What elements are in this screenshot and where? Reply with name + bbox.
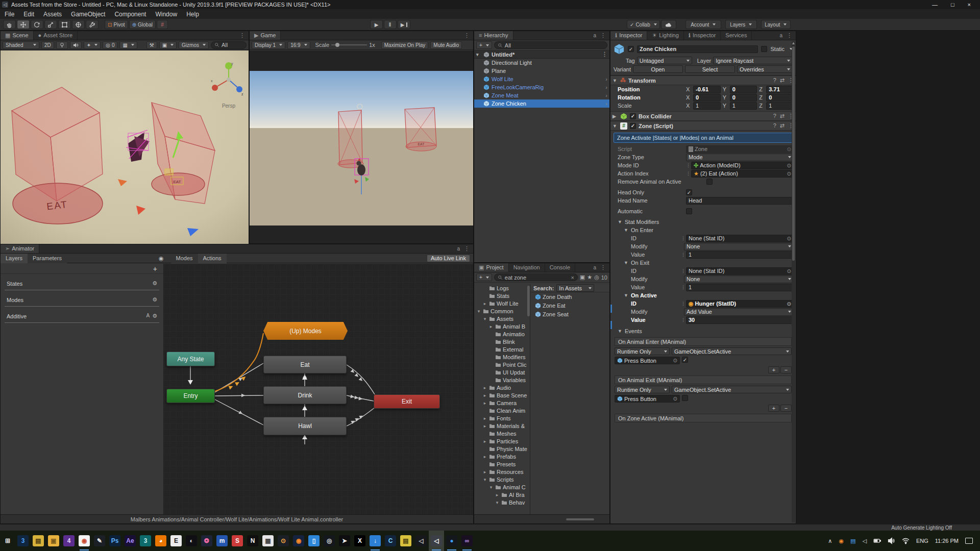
taskbar-app-icon[interactable]: ◁ [429,531,444,551]
taskbar-app-icon[interactable]: 3 [138,531,153,551]
menu-item[interactable]: Edit [19,11,39,18]
inspector-lock-icon[interactable]: a [779,33,782,38]
tab-animator[interactable]: ➣Animator [1,244,39,253]
open-prefab-button[interactable]: Open [633,65,683,73]
project-folder-row[interactable]: UI Updat [474,368,530,376]
play-button[interactable]: ▶ [370,20,383,29]
node-up-modes[interactable]: (Up) Modes [263,322,348,340]
pivot-toggle[interactable]: ⊡Pivot [105,20,128,29]
action-center-icon[interactable] [965,538,973,544]
folder-expand-arrow[interactable]: ▸ [482,416,487,421]
position-y-field[interactable]: 0 [730,86,757,93]
layer-row-modes[interactable]: Modes⚙ [5,293,159,307]
tab-parameters[interactable]: Parameters [28,254,67,263]
tab-console[interactable]: Console [545,263,575,272]
on-enter-foldout[interactable]: ▼On Enter [610,226,796,234]
zone-script-checkbox[interactable]: ✓ [630,123,636,129]
prefab-open-arrow[interactable]: › [605,101,607,107]
taskbar-app-icon[interactable]: 4 [61,531,77,551]
preset-icon[interactable]: ⇄ [780,122,785,129]
taskbar-app-icon[interactable]: ↓ [368,531,383,551]
project-folder-row[interactable]: Presets [474,460,530,468]
project-folder-row[interactable]: ▸ Animal B [474,322,530,330]
inspector-scrollbar[interactable] [792,41,795,522]
2d-toggle[interactable]: 2D [41,41,54,49]
project-folder-row[interactable]: Stats [474,292,530,299]
hierarchy-search-input[interactable]: All [494,41,607,49]
event-mode-dropdown[interactable]: Runtime Only [615,347,670,355]
help-icon[interactable]: ? [773,77,776,84]
taskbar-app-icon[interactable]: Ps [107,531,122,551]
pause-button[interactable]: Ⅱ [384,20,397,29]
game-menu-icon[interactable]: ⋮ [464,32,470,39]
folder-expand-arrow[interactable]: ▾ [476,309,481,314]
help-icon[interactable]: ? [773,113,776,119]
favorite-star-icon[interactable]: ★ [587,274,592,281]
breadcrumb-modes[interactable]: Modes [171,254,198,263]
hierarchy-item[interactable]: FreeLookCameraRig › [474,83,609,91]
node-hawl[interactable]: Hawl [263,417,347,435]
folder-expand-arrow[interactable]: ▸ [495,492,500,497]
scene-viewport[interactable]: EAT EAT [1,51,249,244]
hierarchy-item[interactable]: Plane [474,67,609,75]
layer-row-additive[interactable]: AdditiveA⚙ [5,310,159,323]
project-folder-row[interactable]: ▸ Materials & [474,422,530,430]
tree-scrollbar[interactable] [527,286,530,316]
prefab-open-arrow[interactable]: › [605,76,607,82]
minimize-button[interactable]: — [932,2,938,8]
search-scope-dropdown[interactable]: In Assets [556,284,594,292]
animator-lock-icon[interactable]: a [457,246,460,252]
taskbar-app-icon[interactable]: m [214,531,230,551]
eye-icon[interactable]: ◉ [159,255,164,262]
taskbar-app-icon[interactable]: ▤ [398,531,413,551]
node-entry[interactable]: Entry [166,389,215,403]
tab-hierarchy[interactable]: ≡Hierarchy [474,31,513,40]
stat-modifiers-foldout[interactable]: ▼Stat Modifiers [610,218,796,226]
scale-z-field[interactable]: 1 [766,102,794,110]
help-icon[interactable]: ? [773,122,776,129]
mode-id-object-field[interactable]: ✣Action (ModeID)⊙ [691,162,794,169]
unity-tray-icon[interactable]: ◁ [862,538,866,544]
folder-expand-arrow[interactable]: ▸ [482,393,487,398]
taskbar-app-icon[interactable]: ◉ [291,531,306,551]
project-folder-row[interactable]: ▾ Scripts [474,475,530,483]
custom-tool-icon[interactable] [86,20,99,29]
scrollbar-thumb[interactable] [792,46,795,261]
folder-expand-arrow[interactable]: ▾ [488,485,494,490]
automatic-checkbox[interactable] [686,208,692,214]
event-function-dropdown[interactable]: GameObject.SetActive [672,386,792,393]
audio-toggle-icon[interactable] [70,41,82,49]
cloud-button[interactable] [661,20,676,29]
inspector-menu-icon[interactable]: ⋮ [787,32,793,39]
tab-scene[interactable]: ▦Scene [1,31,34,40]
menu-item[interactable]: Help [182,11,204,18]
taskbar-app-icon[interactable]: ▣ [46,531,61,551]
project-folder-row[interactable]: Physic Mate [474,445,530,453]
project-folder-row[interactable]: ▸ AI Bra [474,491,530,498]
remove-event-button[interactable]: − [780,366,792,373]
project-folder-row[interactable]: Clean Anim [474,407,530,414]
rotate-tool-icon[interactable] [31,20,43,29]
camera-settings-icon[interactable]: ▣ [159,41,177,49]
taskbar-app-icon[interactable]: Ae [122,531,138,551]
zone-type-dropdown[interactable]: Mode [686,154,794,161]
layout-dropdown[interactable]: Layout [761,20,791,29]
global-toggle[interactable]: ⊕Global [129,20,156,29]
add-event-button[interactable]: + [768,405,779,412]
zone-meat-box[interactable]: EAT [12,87,103,224]
taskbar-app-icon[interactable]: S [230,531,245,551]
prefab-open-arrow[interactable]: › [605,84,607,90]
scale-slider[interactable] [331,44,367,45]
tab-layers[interactable]: Layers [1,254,28,263]
project-folder-row[interactable]: ▸ Base Scene [474,391,530,399]
step-button[interactable]: ▶ [398,20,410,29]
display-dropdown[interactable]: Display 1 [252,41,285,49]
project-folder-row[interactable]: Blink [474,338,530,345]
stat-id-field[interactable]: None (Stat ID)⊙ [686,235,794,242]
static-checkbox[interactable] [761,46,767,52]
aspect-dropdown[interactable]: 16:9 [287,41,310,49]
tab-navigation[interactable]: Navigation [509,263,545,272]
active-checkbox[interactable]: ✓ [628,46,634,52]
value-field[interactable]: 1 [686,284,794,291]
folder-expand-arrow[interactable]: ▸ [482,385,487,390]
